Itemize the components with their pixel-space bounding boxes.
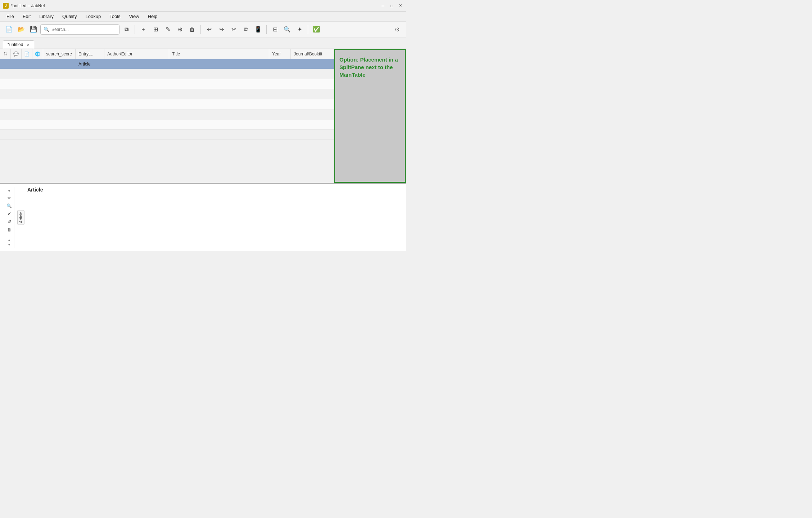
search-box[interactable]: 🔍 — [40, 24, 119, 35]
undo-button[interactable]: ↩ — [204, 24, 215, 35]
row-title — [169, 69, 269, 79]
new-library-button[interactable]: 📄 — [4, 24, 14, 35]
search2-button[interactable]: 🔍 — [282, 24, 293, 35]
open-library-button[interactable]: 📂 — [16, 24, 27, 35]
row-author — [104, 69, 169, 79]
entry-sidebar-check-icon[interactable]: ✔ — [8, 211, 11, 216]
menu-help[interactable]: Help — [144, 13, 161, 20]
entry-content: ● ✏ 🔍 ✔ ↺ 🗑 ▲ ▼ Article Article — [0, 184, 406, 251]
col-header-icon1[interactable]: ⇅ — [0, 49, 11, 59]
row-score — [43, 59, 76, 69]
delete-entry-button[interactable]: 🗑 — [187, 24, 198, 35]
menu-lookup[interactable]: Lookup — [82, 13, 105, 20]
col-header-icon2[interactable]: 💬 — [11, 49, 22, 59]
integrity-button[interactable]: ✅ — [311, 24, 322, 35]
entry-editor: ◉ Preview ○ Required fields ○ Optional f… — [0, 183, 406, 248]
magic-button[interactable]: ✦ — [294, 24, 305, 35]
column-headers: ⇅ 💬 📄 🌐 search_score Entryt... Author/Ed… — [0, 49, 334, 59]
table-row[interactable] — [0, 79, 334, 89]
row-icon2 — [11, 69, 22, 79]
titlebar: J *untitled – JabRef ─ □ ✕ — [0, 0, 406, 12]
row-icon1 — [0, 69, 11, 79]
menu-tools[interactable]: Tools — [106, 13, 124, 20]
main-area: ⇅ 💬 📄 🌐 search_score Entryt... Author/Ed… — [0, 49, 406, 183]
col-header-icon3[interactable]: 📄 — [22, 49, 32, 59]
col-header-author[interactable]: Author/Editor — [104, 49, 169, 59]
add-entry-type-button[interactable]: ⊞ — [150, 24, 161, 35]
search-input[interactable] — [51, 27, 116, 32]
toolbar-separator-1 — [135, 25, 135, 34]
library-tab-untitled[interactable]: *untitled ✕ — [3, 40, 34, 49]
library-tab-close[interactable]: ✕ — [27, 43, 30, 47]
row-entrytype — [76, 69, 104, 79]
row-icon1 — [0, 59, 11, 69]
row-icon3 — [22, 69, 32, 79]
add-linked-button[interactable]: ⊕ — [175, 24, 185, 35]
row-title — [169, 59, 269, 69]
copy-button[interactable]: ⧉ — [240, 24, 251, 35]
table-row[interactable] — [0, 89, 334, 99]
scroll-down-icon[interactable]: ▼ — [8, 243, 11, 247]
side-panel: Option: Placement in a SplitPane next to… — [334, 49, 406, 183]
edit-entry-button[interactable]: ✎ — [162, 24, 173, 35]
table-area: ⇅ 💬 📄 🌐 search_score Entryt... Author/Ed… — [0, 49, 334, 183]
entry-type-vertical-label: Article — [17, 210, 24, 225]
toolbar: 📄 📂 💾 🔍 ⧉ + ⊞ ✎ ⊕ 🗑 ↩ ↪ ✂ ⧉ 📱 ⊟ 🔍 ✦ ✅ ⊙ — [0, 22, 406, 37]
search-icon: 🔍 — [44, 27, 49, 32]
entry-preview-content: Article — [27, 187, 402, 248]
table-row[interactable] — [0, 109, 334, 120]
toolbar-separator-3 — [266, 25, 267, 34]
entry-sidebar-icon-circle: ● — [8, 188, 10, 193]
table-body: Article — [0, 59, 334, 183]
side-panel-text: Option: Placement in a SplitPane next to… — [339, 56, 401, 78]
titlebar-controls[interactable]: ─ □ ✕ — [380, 3, 403, 9]
entry-sidebar-search-icon[interactable]: 🔍 — [6, 203, 12, 208]
row-author — [104, 59, 169, 69]
phone-button[interactable]: 📱 — [253, 24, 263, 35]
table-row[interactable] — [0, 120, 334, 130]
row-icon4 — [32, 59, 43, 69]
row-icon2 — [11, 59, 22, 69]
col-header-search-score[interactable]: search_score — [43, 49, 76, 59]
save-library-button[interactable]: 💾 — [28, 24, 39, 35]
row-journal — [291, 69, 334, 79]
row-entrytype: Article — [76, 59, 104, 69]
col-header-entrytype[interactable]: Entryt... — [76, 49, 104, 59]
split-view-button[interactable]: ⊟ — [270, 24, 280, 35]
entry-sidebar-pencil-icon[interactable]: ✏ — [8, 195, 11, 201]
open-url-button[interactable]: ⧉ — [121, 24, 132, 35]
entry-sidebar-refresh-icon[interactable]: ↺ — [8, 219, 11, 224]
row-icon3 — [22, 59, 32, 69]
toolbar-separator-4 — [308, 25, 308, 34]
row-year — [269, 59, 291, 69]
entry-article-heading: Article — [27, 187, 402, 193]
add-entry-button[interactable]: + — [138, 24, 149, 35]
close-button[interactable]: ✕ — [397, 3, 403, 9]
cut-button[interactable]: ✂ — [228, 24, 239, 35]
menu-edit[interactable]: Edit — [19, 13, 34, 20]
entry-sidebar-delete-icon[interactable]: 🗑 — [7, 227, 12, 232]
col-header-title[interactable]: Title — [169, 49, 269, 59]
library-tab-label: *untitled — [8, 42, 23, 47]
titlebar-left: J *untitled – JabRef — [3, 3, 45, 9]
table-row[interactable] — [0, 130, 334, 140]
github-button[interactable]: ⊙ — [392, 24, 402, 35]
scroll-up-icon[interactable]: ▲ — [8, 238, 11, 242]
redo-button[interactable]: ↪ — [216, 24, 227, 35]
menu-file[interactable]: File — [3, 13, 18, 20]
table-row[interactable] — [0, 99, 334, 109]
table-row[interactable]: Article — [0, 59, 334, 69]
col-header-year[interactable]: Year — [269, 49, 291, 59]
toolbar-separator-2 — [200, 25, 201, 34]
menu-quality[interactable]: Quality — [59, 13, 80, 20]
table-row[interactable] — [0, 69, 334, 79]
library-tabs: *untitled ✕ — [0, 37, 406, 49]
row-icon4 — [32, 69, 43, 79]
col-header-journal[interactable]: Journal/Booktit — [291, 49, 334, 59]
maximize-button[interactable]: □ — [389, 3, 394, 9]
minimize-button[interactable]: ─ — [380, 3, 386, 9]
menubar: File Edit Library Quality Lookup Tools V… — [0, 12, 406, 22]
col-header-icon4[interactable]: 🌐 — [32, 49, 43, 59]
menu-library[interactable]: Library — [36, 13, 57, 20]
menu-view[interactable]: View — [126, 13, 143, 20]
